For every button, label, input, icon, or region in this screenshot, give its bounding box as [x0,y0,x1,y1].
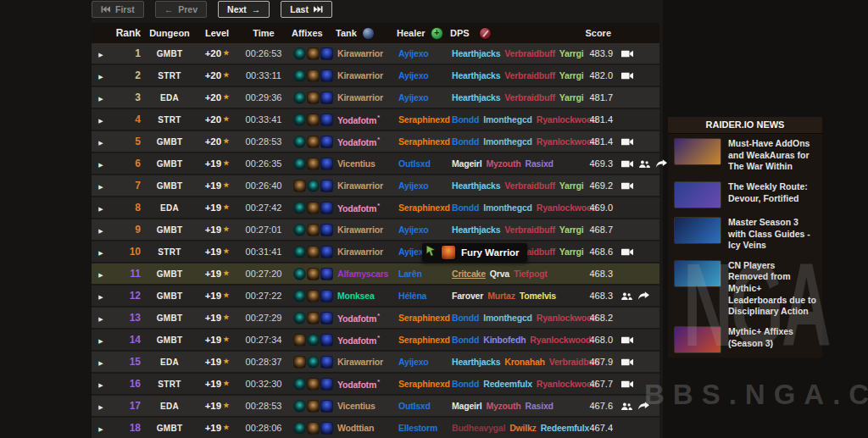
video-icon[interactable] [621,380,633,389]
video-icon[interactable] [621,335,633,345]
table-row[interactable]: ▶15EDA+19★00:28:37KirawarriorAyijexoHear… [92,352,659,374]
player-name[interactable]: Bondd [452,379,479,389]
dungeon-cell[interactable]: GMBT [141,269,198,279]
dungeon-cell[interactable]: EDA [141,93,198,103]
table-row[interactable]: ▶1GMBT+20★00:26:53KirawarriorAyijexoHear… [92,43,659,65]
player-name[interactable]: Rasixd [526,401,554,411]
expand-row-icon[interactable]: ▶ [98,250,103,256]
col-healer[interactable]: Healer [397,27,450,40]
expand-row-icon[interactable]: ▶ [98,162,103,168]
player-name[interactable]: Hearthjacks [452,357,500,367]
player-name[interactable]: Bondd [452,335,479,345]
player-name[interactable]: Hearthjacks [452,225,500,235]
dungeon-cell[interactable]: GMBT [141,181,198,191]
player-name[interactable]: Yodafotm* [337,137,380,147]
player-name[interactable]: Verbraidbuff [504,92,554,103]
player-name[interactable]: Seraphinexd [398,202,450,213]
dungeon-cell[interactable]: GMBT [141,137,198,147]
share-icon[interactable] [656,159,667,169]
dungeon-cell[interactable]: GMBT [141,225,198,235]
expand-row-icon[interactable]: ▶ [98,272,103,278]
player-name[interactable]: Outlsxd [398,401,431,411]
news-item[interactable]: Must-Have AddOns and WeakAuras for The W… [668,134,822,177]
table-row[interactable]: ▶8EDA+19★00:27:42Yodafotm*SeraphinexdBon… [92,197,659,219]
player-name[interactable]: Kirawarrior [337,247,383,257]
table-row[interactable]: ▶6GMBT+19★00:26:35VicentiusOutlsxdMageir… [92,153,659,175]
player-name[interactable]: Qrva [490,269,509,279]
player-name[interactable]: Imonthegcd [483,313,532,323]
share-icon[interactable] [638,402,649,411]
table-row[interactable]: ▶12GMBT+19★00:27:22MonkseaHélènaFaroverM… [92,286,659,308]
video-icon[interactable] [621,137,633,147]
dungeon-cell[interactable]: STRT [141,115,198,125]
col-dps[interactable]: DPS [450,27,577,40]
news-item[interactable]: CN Players Removed from Mythic+ Leaderbo… [668,256,822,322]
party-icon[interactable] [621,402,632,411]
col-score[interactable]: Score [577,28,620,38]
player-name[interactable]: Mageirl [452,158,481,169]
player-name[interactable]: Ayijexo [398,225,429,235]
player-name[interactable]: Hearthjacks [452,92,500,103]
player-name[interactable]: Kronahah [504,357,544,367]
player-name[interactable]: Myzouth [486,158,520,169]
player-name[interactable]: Bondd [452,114,479,125]
player-name[interactable]: Bondd [452,202,479,213]
player-name[interactable]: Tomelvis [520,291,556,301]
dungeon-cell[interactable]: EDA [141,203,198,213]
player-name[interactable]: Ayijexo [398,92,429,103]
player-name[interactable]: Rasixd [526,158,554,169]
expand-row-icon[interactable]: ▶ [98,118,103,124]
expand-row-icon[interactable]: ▶ [98,206,103,212]
video-icon[interactable] [621,159,633,169]
col-dungeon[interactable]: Dungeon [141,28,198,38]
player-name[interactable]: Vicentius [337,158,376,169]
table-row[interactable]: ▶18GMBT+19★00:28:06WodttianEllestormBudh… [92,418,659,438]
table-row[interactable]: ▶2STRT+20★00:33:11KirawarriorAyijexoHear… [92,65,659,87]
player-name[interactable]: Hélèna [398,291,426,301]
video-icon[interactable] [621,247,633,257]
col-level[interactable]: Level [198,28,236,38]
player-name[interactable]: Mageirl [452,401,481,411]
player-name[interactable]: Verbraidbuff [504,70,554,80]
player-name[interactable]: Outlsxd [398,158,431,169]
video-icon[interactable] [621,49,633,58]
player-name[interactable]: Yodafotm* [337,380,380,390]
player-name[interactable]: Ayijexo [398,180,429,191]
player-name[interactable]: Yodafotm* [337,313,380,324]
dungeon-cell[interactable]: STRT [141,247,198,257]
table-row[interactable]: ▶11GMBT+19★00:27:20AlfamyscarsLarênCritc… [92,263,659,286]
table-row[interactable]: ▶10STRT+19★00:31:41KirawarriorAyijexoHea… [92,241,659,263]
player-name[interactable]: Kinbofedh [483,335,526,345]
table-row[interactable]: ▶17EDA+19★00:28:53VicentiusOutlsxdMageir… [92,396,659,418]
expand-row-icon[interactable]: ▶ [98,360,103,366]
expand-row-icon[interactable]: ▶ [98,140,103,146]
first-page-button[interactable]: First [92,1,144,18]
expand-row-icon[interactable]: ▶ [98,404,103,410]
player-name[interactable]: Seraphinexd [398,335,450,345]
dungeon-cell[interactable]: GMBT [141,159,198,169]
table-row[interactable]: ▶13GMBT+19★00:27:29Yodafotm*SeraphinexdB… [92,308,659,330]
player-name[interactable]: Yodafotm* [337,203,380,213]
col-affixes[interactable]: Affixes [292,28,336,38]
dungeon-cell[interactable]: EDA [141,358,198,367]
player-name[interactable]: Ayijexo [398,357,429,367]
player-name[interactable]: Larên [398,269,422,279]
table-row[interactable]: ▶16STRT+19★00:32:30Yodafotm*SeraphinexdB… [92,374,659,396]
expand-row-icon[interactable]: ▶ [98,316,103,322]
col-rank[interactable]: Rank [110,27,141,39]
player-name[interactable]: Imonthegcd [483,202,532,213]
dungeon-cell[interactable]: STRT [141,380,198,389]
player-name[interactable]: Kirawarrior [337,70,383,80]
player-name[interactable]: Bondd [452,136,479,147]
player-name[interactable]: Verbraidbuff [504,180,554,191]
player-name[interactable]: Kirawarrior [337,357,383,367]
news-item[interactable]: Mythic+ Affixes (Season 3) [668,322,822,358]
player-name[interactable]: Vicentius [337,401,376,411]
player-name[interactable]: Kirawarrior [337,180,383,191]
expand-row-icon[interactable]: ▶ [98,294,103,300]
dungeon-cell[interactable]: STRT [141,71,198,80]
player-name[interactable]: Yodafotm* [337,335,380,346]
table-row[interactable]: ▶5GMBT+20★00:28:53Yodafotm*SeraphinexdBo… [92,131,659,153]
video-icon[interactable] [621,358,633,367]
player-name[interactable]: Yodafotm* [337,115,380,125]
